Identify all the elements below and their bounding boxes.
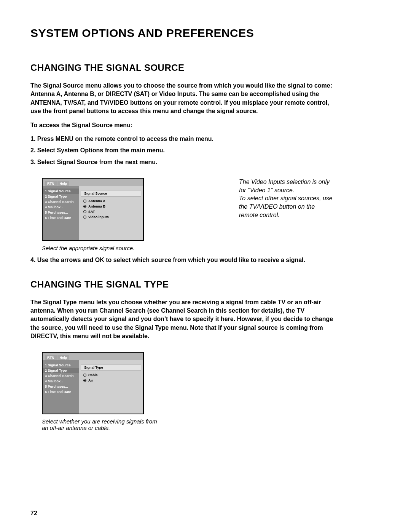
sidebar-item-channel-search: 3 Channel Search — [43, 373, 79, 379]
sidebar-item-mailbox: 4 Mailbox... — [43, 204, 79, 210]
tab-help: Help — [57, 181, 70, 186]
sidebar-item-channel-search: 3 Channel Search — [43, 199, 79, 204]
menu-sidebar: 1 Signal Source 2 Signal Type 3 Channel … — [43, 360, 79, 414]
steps-list-1: 1. Press MENU on the remote control to a… — [30, 135, 381, 166]
tab-rtn: RTN — [45, 355, 57, 360]
intro-signal-type: The Signal Type menu lets you choose whe… — [30, 298, 335, 341]
figure-row-2: RTN Help 1 Signal Source 2 Signal Type 3… — [42, 352, 381, 414]
intro-signal-source: The Signal Source menu allows you to cho… — [30, 81, 335, 116]
panel-title: Signal Type — [81, 364, 141, 371]
sidebar-item-time-date: 6 Time and Date — [43, 215, 79, 220]
section-heading-signal-type: CHANGING THE SIGNAL TYPE — [30, 279, 381, 290]
sidebar-item-signal-type: 2 Signal Type — [43, 368, 79, 373]
step-1: 1. Press MENU on the remote control to a… — [30, 135, 381, 143]
step-2: 2. Select System Options from the main m… — [30, 146, 381, 155]
radio-icon — [83, 374, 86, 377]
sidebar-item-signal-type: 2 Signal Type — [43, 194, 79, 199]
side-note: The Video Inputs selection is only for "… — [239, 178, 334, 219]
step-4: 4. Use the arrows and OK to select which… — [30, 256, 381, 264]
page-title: SYSTEM OPTIONS AND PREFERENCES — [30, 27, 381, 40]
side-note-2: To select other signal sources, use the … — [239, 194, 334, 219]
opt-label: SAT — [88, 210, 95, 214]
tab-help: Help — [57, 355, 70, 360]
menu-screenshot-signal-source: RTN Help 1 Signal Source 2 Signal Type 3… — [42, 178, 144, 241]
menu-main-panel: Signal Source Antenna A Antenna B SAT Vi… — [79, 186, 143, 240]
opt-label: Antenna A — [88, 199, 105, 203]
opt-label: Cable — [88, 373, 98, 377]
sidebar-item-purchases: 5 Purchases... — [43, 384, 79, 389]
menu-body: 1 Signal Source 2 Signal Type 3 Channel … — [43, 360, 143, 414]
side-note-1: The Video Inputs selection is only for "… — [239, 178, 334, 194]
sidebar-item-signal-source: 1 Signal Source — [43, 189, 79, 194]
radio-icon — [83, 205, 86, 208]
opt-antenna-b: Antenna B — [79, 204, 143, 209]
menu-tabs: RTN Help — [43, 179, 143, 186]
page-number: 72 — [30, 510, 37, 517]
radio-icon — [83, 216, 86, 219]
opt-video-inputs: Video inputs — [79, 214, 143, 220]
menu-screenshot-signal-type: RTN Help 1 Signal Source 2 Signal Type 3… — [42, 352, 144, 414]
access-lead: To access the Signal Source menu: — [30, 121, 335, 129]
menu-tabs: RTN Help — [43, 353, 143, 360]
sidebar-item-signal-source: 1 Signal Source — [43, 363, 79, 368]
radio-icon — [83, 200, 86, 203]
sidebar-item-purchases: 5 Purchases... — [43, 210, 79, 215]
section-heading-signal-source: CHANGING THE SIGNAL SOURCE — [30, 62, 381, 73]
tab-rtn: RTN — [45, 181, 57, 186]
menu-main-panel: Signal Type Cable Air — [79, 360, 143, 414]
opt-air: Air — [79, 378, 143, 383]
step-3: 3. Select Signal Source from the next me… — [30, 158, 381, 166]
menu-sidebar: 1 Signal Source 2 Signal Type 3 Channel … — [43, 186, 79, 240]
radio-icon — [83, 379, 86, 382]
sidebar-item-time-date: 6 Time and Date — [43, 389, 79, 395]
opt-cable: Cable — [79, 372, 143, 378]
opt-label: Video inputs — [88, 215, 109, 219]
caption-1: Select the appropriate signal source. — [42, 245, 381, 251]
steps-list-1b: 4. Use the arrows and OK to select which… — [30, 256, 381, 264]
menu-body: 1 Signal Source 2 Signal Type 3 Channel … — [43, 186, 143, 240]
opt-label: Antenna B — [88, 204, 105, 208]
figure-row-1: RTN Help 1 Signal Source 2 Signal Type 3… — [42, 178, 381, 241]
opt-sat: SAT — [79, 209, 143, 214]
panel-title: Signal Source — [81, 190, 141, 197]
opt-label: Air — [88, 379, 93, 382]
radio-icon — [83, 210, 86, 213]
sidebar-item-mailbox: 4 Mailbox... — [43, 379, 79, 384]
opt-antenna-a: Antenna A — [79, 198, 143, 204]
caption-2: Select whether you are receiving signals… — [42, 418, 164, 431]
